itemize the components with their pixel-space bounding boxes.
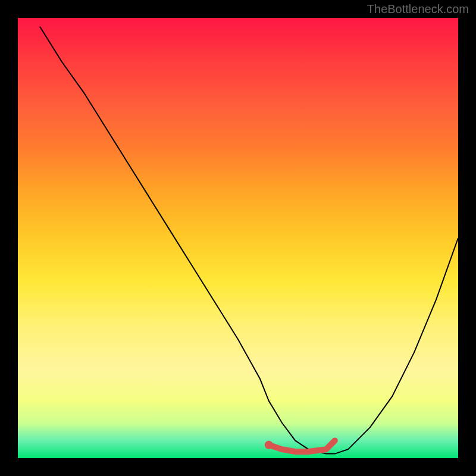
chart-svg [18, 18, 458, 458]
chart-plot-area [18, 18, 458, 458]
bottleneck-curve-line [40, 27, 458, 454]
watermark-text: TheBottleneck.com [367, 2, 469, 16]
optimal-range-marker-line [269, 440, 335, 452]
optimal-range-start-dot [265, 441, 273, 449]
